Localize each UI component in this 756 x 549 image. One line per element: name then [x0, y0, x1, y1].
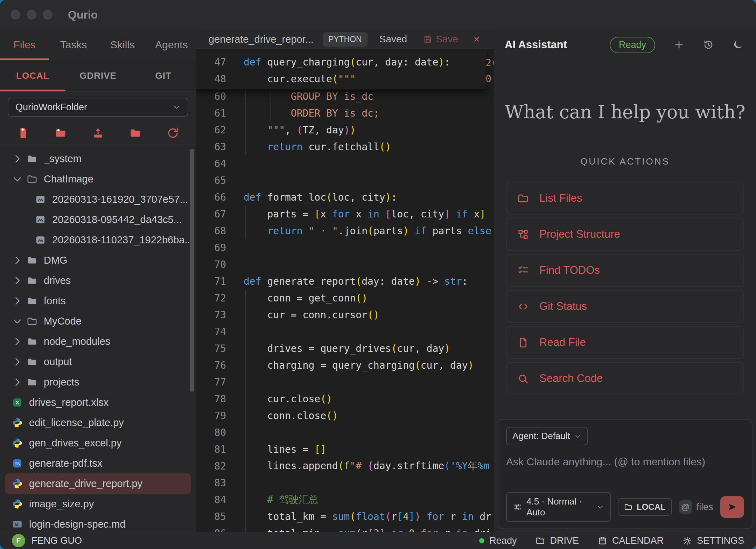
tree-item[interactable]: M↓login-design-spec.md	[0, 514, 196, 532]
tree-item-label: MyCode	[44, 315, 82, 327]
quick-action-find-todos[interactable]: Find TODOs	[506, 254, 744, 287]
tree-item[interactable]: gen_drives_excel.py	[0, 433, 196, 453]
sticky-scope-header: 47def query_charging(cur, day: date):48 …	[196, 49, 486, 90]
folder-open-icon	[27, 316, 37, 327]
line-number: 85	[196, 511, 226, 522]
folder-icon	[624, 503, 632, 511]
code-line: 73 cur = conn.cursor()	[196, 306, 494, 323]
quick-action-list-files[interactable]: List Files	[506, 182, 744, 215]
tree-item-label: 20260313-161920_3707e57...	[52, 194, 188, 205]
language-badge: PYTHON	[323, 32, 368, 47]
folder-icon	[27, 336, 37, 347]
code-area[interactable]: 2( 0' 60 GROUP BY is_dc61 ORDER BY is_dc…	[196, 49, 494, 532]
workfolder-select[interactable]: QurioWorkFolder	[8, 98, 188, 117]
tree-item-label: generate-pdf.tsx	[29, 458, 103, 469]
refresh-icon[interactable]	[167, 127, 179, 139]
scope-local-button[interactable]: LOCAL	[618, 498, 672, 516]
tree-item-label: projects	[44, 376, 79, 388]
line-number: 82	[196, 460, 226, 472]
subtab-local[interactable]: LOCAL	[0, 60, 65, 91]
tree-item-label: 20260318-110237_1922b6ba...	[52, 234, 193, 246]
quick-action-label: Read File	[539, 336, 586, 349]
statusbar-settings[interactable]: SETTINGS	[682, 535, 744, 546]
new-file-icon[interactable]	[17, 127, 29, 139]
editor-tab-filename[interactable]: generate_drive_repor...	[209, 34, 314, 45]
sidebar-scrollbar[interactable]	[190, 149, 194, 392]
line-number: 68	[196, 225, 226, 237]
zoom-window-button[interactable]	[43, 10, 52, 20]
code-line: 47def query_charging(cur, day: date):	[196, 54, 486, 70]
tab-files[interactable]: Files	[0, 29, 49, 60]
tab-skills[interactable]: Skills	[98, 29, 147, 60]
tree-item[interactable]: image_size.py	[0, 494, 196, 514]
tree-item[interactable]: _system	[0, 148, 196, 169]
tree-item[interactable]: output	[0, 352, 196, 372]
subtab-git[interactable]: GIT	[131, 60, 196, 91]
line-number: 63	[196, 141, 226, 153]
tree-item[interactable]: ChatImage	[0, 169, 196, 189]
tree-item-label: node_modules	[44, 336, 110, 347]
user-name: FENG GUO	[31, 535, 82, 546]
subtab-gdrive[interactable]: GDRIVE	[65, 60, 131, 91]
tree-item-label: ChatImage	[44, 173, 93, 185]
calendar-icon	[598, 536, 607, 545]
tree-item[interactable]: generate_drive_report.py	[5, 473, 191, 494]
quick-action-label: Find TODOs	[539, 264, 600, 277]
agent-select-button[interactable]: Agent: Default	[506, 427, 588, 445]
quick-action-project-structure[interactable]: Project Structure	[506, 218, 744, 251]
gear-icon	[682, 536, 692, 545]
tree-item[interactable]: edit_license_plate.py	[0, 412, 196, 433]
code-line: 86 total_min = sum(r[3] or 0 for r in dr…	[196, 525, 494, 532]
quick-action-git-status[interactable]: Git Status	[506, 290, 744, 323]
quick-action-search-code[interactable]: Search Code	[506, 362, 744, 395]
tab-agents[interactable]: Agents	[147, 29, 196, 60]
line-number: 76	[196, 360, 226, 371]
tree-item[interactable]: 20260318-095442_da43c5...	[0, 209, 196, 230]
tree-item[interactable]: 20260313-161920_3707e57...	[0, 189, 196, 209]
tree-item[interactable]: projects	[0, 372, 196, 392]
clipped-code-fragment: 0'	[485, 73, 494, 85]
code-line: 48 cur.execute("""	[196, 70, 486, 87]
chevron-down-icon	[597, 503, 604, 510]
at-icon: @	[679, 500, 692, 514]
folder-icon[interactable]	[129, 127, 142, 139]
statusbar-calendar[interactable]: CALENDAR	[598, 535, 664, 546]
prompt-input[interactable]: Ask Claude anything... (@ to mention fil…	[506, 456, 744, 492]
new-folder-icon[interactable]	[54, 127, 67, 139]
send-button[interactable]	[720, 496, 744, 518]
model-select-button[interactable]: 4.5 · Normal · Auto	[506, 492, 611, 522]
tree-item[interactable]: drives	[0, 270, 196, 291]
tree-item[interactable]: node_modules	[0, 331, 196, 352]
user-account[interactable]: F FENG GUO	[12, 534, 82, 547]
statusbar-label: CALENDAR	[612, 535, 664, 546]
tab-tasks[interactable]: Tasks	[49, 29, 98, 60]
close-tab-icon[interactable]: ×	[474, 33, 480, 45]
quick-actions-list: List FilesProject StructureFind TODOsGit…	[494, 182, 756, 398]
upload-icon[interactable]	[92, 127, 104, 139]
hierarchy-icon	[517, 229, 529, 240]
tree-item[interactable]: MyCode	[0, 311, 196, 331]
statusbar-label: SETTINGS	[697, 535, 744, 546]
statusbar-drive[interactable]: DRIVE	[536, 535, 579, 546]
save-button[interactable]: Save	[423, 34, 458, 45]
python-icon	[12, 499, 23, 509]
tree-item[interactable]: Xdrives_report.xlsx	[0, 392, 196, 412]
code-line: 85 total_km = sum(float(r[4]) for r in d…	[196, 508, 494, 525]
chevron-right-icon	[12, 275, 27, 286]
close-window-button[interactable]	[10, 10, 20, 20]
image-icon	[35, 194, 46, 205]
moon-icon[interactable]	[732, 39, 743, 50]
editor-tab-bar: generate_drive_repor... PYTHON Saved Sav…	[196, 29, 494, 49]
plus-icon[interactable]	[673, 39, 685, 50]
tree-item[interactable]: fonts	[0, 291, 196, 311]
tree-item[interactable]: DMG	[0, 250, 196, 270]
tree-item[interactable]: TSgenerate-pdf.tsx	[0, 453, 196, 473]
minimize-window-button[interactable]	[27, 10, 36, 20]
history-icon[interactable]	[703, 39, 714, 50]
quick-action-read-file[interactable]: Read File	[506, 326, 744, 359]
ready-badge: Ready	[610, 37, 655, 53]
mention-files[interactable]: @ files	[679, 500, 713, 514]
tree-item[interactable]: 20260318-110237_1922b6ba...	[0, 230, 196, 250]
line-number: 86	[196, 528, 226, 532]
code-icon	[517, 301, 529, 312]
